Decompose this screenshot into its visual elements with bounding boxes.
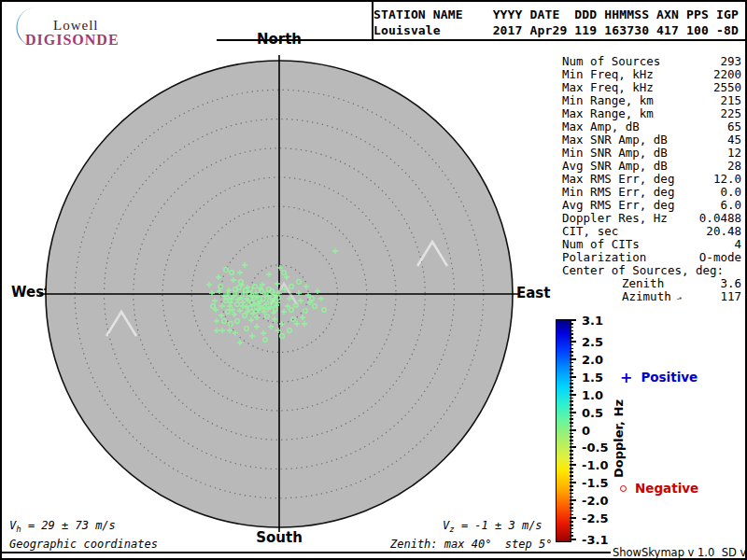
colorbar-minor-tick — [570, 333, 573, 335]
stat-value: 3.6 — [720, 277, 741, 290]
header-column-titles: STATION NAME YYYY DATE DDD HHMMSS AXN PP… — [374, 7, 739, 21]
stat-label: Zenith — [562, 277, 664, 290]
stat-label: Num of CITs — [562, 238, 640, 251]
colorbar-minor-tick — [570, 450, 573, 452]
colorbar-minor-tick — [570, 468, 573, 469]
stat-row: Min Freq, kHz2200 — [562, 68, 741, 81]
colorbar-tick-label: 0.5 — [582, 405, 603, 419]
colorbar-major-tick — [570, 446, 576, 448]
colorbar-axis-title: Doppler, Hz — [612, 399, 626, 478]
skymap-polar-plot — [30, 49, 534, 543]
colorbar-minor-tick — [570, 398, 573, 399]
legend-positive: + Positive — [620, 370, 698, 385]
colorbar-minor-tick — [570, 351, 573, 353]
colorbar-major-tick — [570, 394, 576, 396]
stat-label: Avg SNR Amp, dB — [562, 160, 668, 173]
colorbar-minor-tick — [570, 369, 573, 371]
stat-label: Doppler Res, Hz — [562, 212, 668, 225]
stat-row: Max Freq, kHz2550 — [562, 81, 741, 94]
colorbar-minor-tick — [570, 532, 573, 534]
stat-value: 12.0 — [713, 173, 741, 186]
stat-row: Min RMS Err, deg0.0 — [562, 186, 741, 199]
colorbar-minor-tick — [570, 383, 573, 385]
colorbar-minor-tick — [570, 443, 573, 445]
colorbar-major-tick — [570, 358, 576, 360]
colorbar-minor-tick — [570, 440, 573, 441]
colorbar-tick-label: -3.1 — [582, 533, 608, 547]
colorbar-minor-tick — [570, 400, 573, 402]
stat-label: Max SNR Amp, dB — [562, 133, 668, 147]
colorbar-minor-tick — [570, 461, 573, 463]
colorbar-major-tick — [570, 319, 576, 321]
stat-label: Max Range, km — [562, 107, 654, 120]
stat-label: Max Freq, kHz — [562, 81, 654, 94]
stat-label: Azimuth↗ — [562, 290, 682, 304]
zenith-range-note: Zenith: max 40° step 5° — [390, 538, 552, 551]
legend-negative-label: Negative — [635, 481, 698, 496]
stat-value: 65 — [727, 120, 741, 133]
compass-north-label: North — [257, 31, 302, 48]
stat-label: Polarization — [562, 251, 646, 264]
stat-value: 45 — [727, 133, 741, 147]
plus-marker-icon: + — [620, 371, 632, 384]
stat-label: CIT, sec — [562, 225, 618, 238]
colorbar-minor-tick — [570, 404, 573, 406]
colorbar-minor-tick — [570, 525, 573, 526]
horizontal-velocity-readout: Vh = 29 ± 73 m/s — [9, 519, 116, 534]
colorbar-tick-label: -2.5 — [582, 511, 608, 525]
colorbar-minor-tick — [570, 362, 573, 364]
colorbar-tick-label: 0 — [582, 423, 590, 437]
colorbar-tick-label: -2.0 — [582, 494, 608, 508]
colorbar-minor-tick — [570, 497, 573, 498]
stat-row: CIT, sec20.48 — [562, 225, 741, 238]
coordinates-note: Geographic coordinates — [9, 538, 158, 551]
stat-row: Doppler Res, Hz0.0488 — [562, 212, 741, 225]
colorbar-minor-tick — [570, 348, 573, 350]
stat-row: Num of CITs4 — [562, 238, 741, 251]
colorbar-minor-tick — [570, 390, 573, 392]
stat-row: Max Range, km225 — [562, 107, 741, 120]
colorbar-tick-label: 1.0 — [582, 387, 603, 401]
colorbar-tick-label: 2.5 — [582, 334, 603, 348]
colorbar-tick-label: -0.5 — [582, 441, 608, 455]
stat-row: Min Range, km215 — [562, 94, 741, 107]
colorbar-minor-tick — [570, 535, 573, 537]
colorbar-minor-tick — [570, 422, 573, 424]
colorbar-minor-tick — [570, 355, 573, 357]
colorbar-minor-tick — [570, 436, 573, 438]
circle-marker-icon — [620, 485, 627, 492]
software-version-credit: ShowSkymap v 1.0 SD v 5.1 — [613, 546, 747, 559]
measurement-stats-panel: Num of Sources293Min Freq, kHz2200Max Fr… — [562, 55, 741, 304]
stat-row: Min SNR Amp, dB12 — [562, 147, 741, 160]
colorbar-minor-tick — [570, 528, 573, 530]
colorbar-minor-tick — [570, 507, 573, 509]
stat-value: 0.0 — [720, 186, 741, 199]
colorbar-major-tick — [570, 499, 576, 501]
colorbar-minor-tick — [570, 330, 573, 332]
colorbar-minor-tick — [570, 511, 573, 512]
colorbar-minor-tick — [570, 485, 573, 487]
stat-value: 215 — [720, 94, 741, 107]
colorbar-minor-tick — [570, 380, 573, 382]
stat-value: 225 — [720, 107, 741, 120]
colorbar-minor-tick — [570, 433, 573, 435]
stat-label: Max RMS Err, deg — [562, 173, 674, 186]
stat-value: 6.0 — [720, 199, 741, 212]
colorbar-minor-tick — [570, 489, 573, 491]
colorbar-major-tick — [570, 464, 576, 466]
colorbar-tick-label: 1.5 — [582, 370, 603, 384]
colorbar-tick-label: 3.1 — [582, 314, 603, 328]
legend-positive-label: Positive — [641, 370, 698, 385]
colorbar-major-tick — [570, 429, 576, 431]
stat-value: 12 — [727, 147, 741, 160]
stat-label: Min RMS Err, deg — [562, 186, 674, 199]
colorbar-minor-tick — [570, 426, 573, 427]
colorbar-minor-tick — [570, 493, 573, 495]
colorbar-major-tick — [570, 539, 576, 540]
colorbar-minor-tick — [570, 386, 573, 388]
colorbar-minor-tick — [570, 323, 573, 325]
colorbar-tick-label: -1.5 — [582, 476, 608, 490]
stat-value: 2550 — [713, 81, 741, 94]
colorbar-minor-tick — [570, 327, 573, 329]
colorbar-minor-tick — [570, 454, 573, 455]
